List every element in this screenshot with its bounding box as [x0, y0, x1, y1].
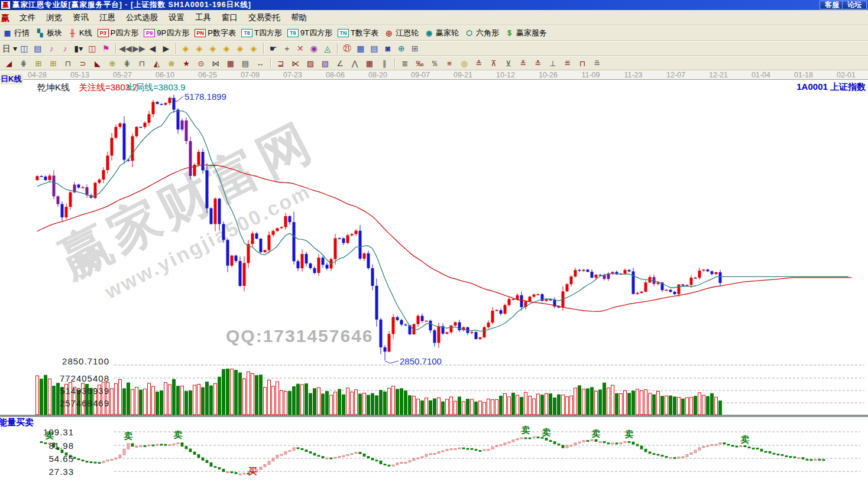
draw-tool-icon-22[interactable]: ▧ — [318, 58, 332, 69]
draw-tool-icon-7[interactable]: ⊕ — [105, 58, 119, 69]
export-icon[interactable]: ⊞ — [409, 43, 422, 55]
chart-style-icon[interactable]: ◫ — [18, 43, 31, 55]
first-icon[interactable]: ◀◀ — [119, 43, 132, 55]
period-dropdown[interactable]: 日 ▾ — [2, 43, 17, 55]
info-icon[interactable]: ▤ — [31, 43, 44, 55]
draw-tool-icon-14[interactable]: ⋈ — [209, 58, 223, 69]
toolbar-item-板块[interactable]: ▚板块 — [35, 28, 62, 38]
draw-tool-icon-12[interactable]: ★ — [179, 58, 193, 69]
toolbar-item-9T四方形[interactable]: T99T四方形 — [287, 28, 332, 38]
toolbar-item-label: 赢家服务 — [516, 28, 547, 38]
draw-tool-icon-8[interactable]: ⋕ — [120, 58, 134, 69]
save-icon[interactable]: ◙ — [381, 43, 394, 55]
draw-tool-icon-6[interactable]: ◣ — [90, 58, 105, 69]
diamond-v-icon[interactable]: ◈ — [234, 43, 247, 55]
diamond-right-icon[interactable]: ◈ — [193, 43, 206, 55]
diamond-all-icon[interactable]: ◈ — [247, 43, 260, 55]
toolbar-item-P四方形[interactable]: P3P四方形 — [98, 28, 139, 38]
menu-item-交易委托[interactable]: 交易委托 — [243, 11, 286, 24]
draw-tool-icon-34[interactable]: ⊼ — [487, 58, 501, 69]
draw-tool-icon-3[interactable]: ⊞ — [46, 58, 60, 69]
draw-tool-icon-26[interactable]: ∥ — [377, 58, 391, 69]
draw-tool-icon-24[interactable]: ⋀ — [348, 58, 362, 69]
menu-item-帮助[interactable]: 帮助 — [286, 11, 312, 24]
calculator-icon[interactable]: ▦ — [354, 43, 367, 55]
draw-tool-icon-33[interactable]: ≙ — [472, 58, 486, 69]
candle-dropdown[interactable]: ▮▾ — [72, 43, 85, 55]
draw-tool-icon-39[interactable]: ≝ — [561, 58, 575, 69]
menu-item-设置[interactable]: 设置 — [163, 11, 190, 24]
toolbar-item-赢家服务[interactable]: $赢家服务 — [504, 28, 547, 38]
draw-tool-icon-23[interactable]: ∠ — [333, 58, 347, 69]
draw-tool-icon-32[interactable]: ◎ — [457, 58, 471, 69]
draw-tool-icon-19[interactable]: ⊒ — [274, 58, 288, 69]
draw-tool-icon-35[interactable]: ⊻ — [501, 58, 516, 69]
draw-tool-icon-31[interactable]: ≡ — [442, 58, 456, 69]
draw-tool-icon-38[interactable]: ⊥ — [546, 58, 560, 69]
toolbar-item-label: 江恩轮 — [396, 28, 419, 38]
draw-tool-icon-25[interactable]: ▦ — [362, 58, 377, 69]
draw-tool-icon-36[interactable]: ≚ — [516, 58, 530, 69]
calendar-icon[interactable]: ㉑ — [341, 43, 354, 55]
window-menu-icon[interactable]: 赢 — [1, 13, 11, 22]
diamond-left-icon[interactable]: ◈ — [179, 43, 192, 55]
menu-item-浏览[interactable]: 浏览 — [41, 11, 67, 24]
draw-tool-icon-0[interactable]: ◢ — [2, 58, 16, 69]
web-icon[interactable]: ⊕ — [395, 43, 408, 55]
toolbar-item-行情[interactable]: ▦行情 — [2, 28, 30, 38]
forum-button[interactable]: 论坛 — [842, 1, 867, 9]
draw-tool-icon-10[interactable]: ◭ — [150, 58, 164, 69]
next-icon[interactable]: ▶ — [160, 43, 173, 55]
instrument-label: 1A0001 上证指数 — [796, 82, 866, 93]
menu-item-公式选股[interactable]: 公式选股 — [121, 11, 163, 24]
draw-tool-icon-40[interactable]: ⊓ — [575, 58, 590, 69]
toolbar-item-赢家轮[interactable]: ◉赢家轮 — [424, 28, 459, 38]
menu-item-文件[interactable]: 文件 — [14, 11, 41, 24]
draw-tool-icon-5[interactable]: ⊃ — [76, 58, 90, 69]
brain-icon[interactable]: ◬ — [321, 43, 334, 55]
draw-tool-icon-2[interactable]: ⊞ — [31, 58, 46, 69]
draw-tool-icon-30[interactable]: ％ — [427, 58, 442, 69]
customer-service-button[interactable]: 客服 — [820, 1, 844, 9]
diamond-x-icon[interactable]: ◈ — [220, 43, 233, 55]
draw-tool-icon-11[interactable]: ⊗ — [164, 58, 179, 69]
prev-icon[interactable]: ◀ — [146, 43, 159, 55]
flower-icon[interactable]: ◉ — [307, 43, 320, 55]
hand-icon[interactable]: ☛ — [267, 43, 280, 55]
draw-tool-icon-21[interactable]: ▨ — [303, 58, 318, 69]
draw-tool-icon-1[interactable]: ⋕ — [17, 58, 31, 69]
draw-tool-icon-20[interactable]: ⋉ — [289, 58, 303, 69]
diamond-h-icon[interactable]: ◈ — [206, 43, 219, 55]
menu-item-资讯[interactable]: 资讯 — [67, 11, 94, 24]
crosshair-icon[interactable]: ＋ — [280, 43, 293, 55]
toolbar-item-六角形[interactable]: ⬡六角形 — [464, 28, 499, 38]
toolbar-item-P数字表[interactable]: PNP数字表 — [195, 28, 236, 38]
draw-tool-icon-4[interactable]: ⊓ — [61, 58, 75, 69]
menu-item-窗口[interactable]: 窗口 — [216, 11, 243, 24]
chart-canvas[interactable]: 卖卖卖卖卖卖卖卖买 — [0, 70, 868, 482]
toolbar-item-K线[interactable]: ╫K线 — [67, 28, 92, 38]
draw-tool-icon-17[interactable]: ↔ — [253, 58, 267, 69]
draw-tool-icon-13[interactable]: ⊙ — [194, 58, 208, 69]
toolbar-item-江恩轮[interactable]: ◎江恩轮 — [384, 28, 419, 38]
notes-icon[interactable]: ▤ — [368, 43, 381, 55]
toolbar-item-T数字表[interactable]: TNT数字表 — [338, 28, 378, 38]
window-icon[interactable]: ◫ — [86, 43, 99, 55]
toolbar-item-T四方形[interactable]: T8T四方形 — [241, 28, 282, 38]
graph3-icon[interactable]: ♪ — [45, 43, 58, 55]
draw-tool-icon-28[interactable]: ≣ — [398, 58, 412, 69]
draw-tool-icon-29[interactable]: ‰ — [413, 58, 427, 69]
last-icon[interactable]: ▶▶ — [132, 43, 145, 55]
toolbar-item-9P四方形[interactable]: P99P四方形 — [144, 28, 189, 38]
graph9-icon[interactable]: ♪ — [59, 43, 72, 55]
cut-icon[interactable]: ✕ — [294, 43, 307, 55]
draw-tool-icon-9[interactable]: ⊓ — [135, 58, 149, 69]
draw-tool-icon-41[interactable]: ≞ — [590, 58, 604, 69]
flag-icon[interactable]: ⚑ — [99, 43, 112, 55]
title-bar: 赢 赢家江恩专业版[赢家服务平台] - [上证指数 SH1A0001-196日K… — [0, 0, 868, 10]
draw-tool-icon-37[interactable]: ≛ — [531, 58, 545, 69]
draw-tool-icon-15[interactable]: ▦ — [224, 58, 238, 69]
menu-item-江恩[interactable]: 江恩 — [94, 11, 121, 24]
menu-item-工具[interactable]: 工具 — [190, 11, 216, 24]
draw-tool-icon-16[interactable]: ▤ — [238, 58, 252, 69]
